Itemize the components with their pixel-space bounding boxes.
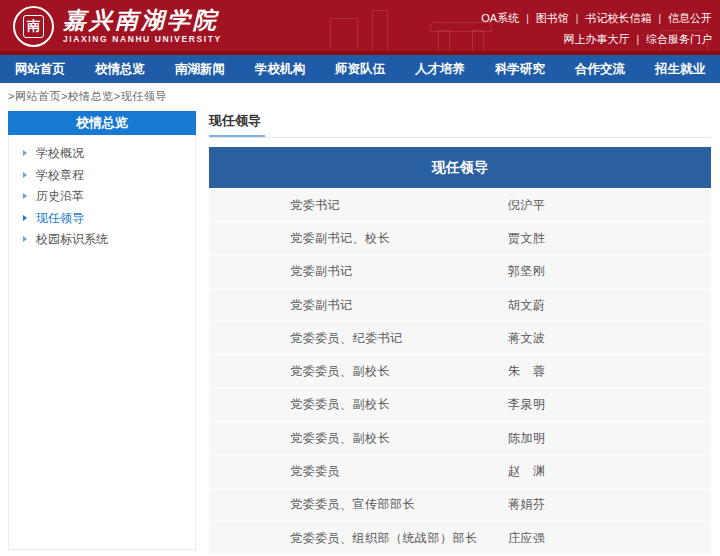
leader-name: 倪沪平	[508, 197, 546, 214]
triangle-bullet-icon	[23, 150, 27, 156]
table-title-banner: 现任领导	[209, 147, 711, 188]
table-row: 党委委员、副校长 朱 蓉	[209, 355, 711, 387]
table-row: 党委副书记 胡文蔚	[209, 289, 711, 321]
table-row: 党委委员、组织部（统战部）部长 庄应强	[209, 522, 711, 554]
title-divider-accent	[209, 135, 265, 137]
sidebar-item[interactable]: 历史沿革	[9, 186, 195, 208]
site-header: 南 嘉兴南湖学院 JIAXING NANHU UNIVERSITY OA系统|图…	[0, 0, 720, 55]
sidebar-item[interactable]: 学校章程	[9, 165, 195, 187]
table-row: 党委委员、副校长 陈加明	[209, 422, 711, 454]
leader-name: 郭坚刚	[508, 263, 546, 280]
leader-position: 党委委员、副校长	[290, 363, 508, 380]
nav-item[interactable]: 科学研究	[480, 55, 560, 83]
nav-item[interactable]: 南湖新闻	[160, 55, 240, 83]
brand-name-en: JIAXING NANHU UNIVERSITY	[63, 34, 222, 44]
leader-position: 党委委员、宣传部部长	[290, 496, 508, 513]
leader-position: 党委副书记	[290, 263, 508, 280]
header-watermark	[330, 18, 358, 54]
leader-name: 赵 渊	[508, 463, 546, 480]
quick-link[interactable]: 书记校长信箱	[585, 12, 651, 24]
leader-position: 党委书记	[290, 197, 508, 214]
sidebar-item-label: 校园标识系统	[36, 232, 108, 246]
sidebar-title: 校情总览	[8, 111, 196, 135]
leader-name: 庄应强	[508, 530, 546, 547]
sidebar-item[interactable]: 学校概况	[9, 143, 195, 165]
nav-item[interactable]: 人才培养	[400, 55, 480, 83]
sidebar-item-label: 现任领导	[36, 211, 84, 225]
table-row: 党委书记 倪沪平	[209, 189, 711, 221]
sidebar-item-label: 学校章程	[36, 168, 84, 182]
quick-links-row-2: 网上办事大厅|综合服务门户	[481, 29, 712, 50]
link-divider: |	[658, 13, 661, 24]
page-title: 现任领导	[209, 112, 711, 130]
link-divider: |	[636, 34, 639, 45]
leader-name: 贾文胜	[508, 230, 546, 247]
leader-name: 朱 蓉	[508, 363, 546, 380]
sidebar-item-label: 学校概况	[36, 146, 84, 160]
seal-glyph: 南	[23, 15, 44, 38]
quick-link[interactable]: 网上办事大厅	[563, 33, 629, 45]
table-row: 党委委员、宣传部部长 蒋娟芬	[209, 489, 711, 521]
table-row: 党委委员、副校长 李泉明	[209, 389, 711, 421]
breadcrumb[interactable]: >网站首页>校情总览>现任领导	[8, 89, 167, 104]
sidebar-item-label: 历史沿革	[36, 189, 84, 203]
table-row: 党委副书记 郭坚刚	[209, 256, 711, 288]
header-quick-links: OA系统|图书馆|书记校长信箱|信息公开 网上办事大厅|综合服务门户	[481, 8, 712, 50]
quick-link[interactable]: 信息公开	[668, 12, 712, 24]
sidebar: 校情总览 学校概况 学校章程 历史沿革 现任领导 校园标识系统	[8, 112, 196, 550]
link-divider: |	[526, 13, 529, 24]
main-nav: 网站首页校情总览南湖新闻学校机构师资队伍人才培养科学研究合作交流招生就业	[0, 55, 720, 83]
brand-name-zh: 嘉兴南湖学院	[63, 7, 222, 33]
leader-position: 党委委员、组织部（统战部）部长	[290, 530, 508, 547]
main-content: 现任领导 现任领导 党委书记 倪沪平 党委副书记、校长 贾文胜 党委副书记 郭坚…	[209, 112, 711, 555]
nav-item[interactable]: 合作交流	[560, 55, 640, 83]
nav-item[interactable]: 校情总览	[80, 55, 160, 83]
nav-item[interactable]: 网站首页	[0, 55, 80, 83]
sidebar-menu: 学校概况 学校章程 历史沿革 现任领导 校园标识系统	[9, 134, 195, 251]
sidebar-item[interactable]: 校园标识系统	[9, 229, 195, 251]
leader-name: 陈加明	[508, 430, 546, 447]
triangle-bullet-icon	[23, 236, 27, 242]
quick-links-row-1: OA系统|图书馆|书记校长信箱|信息公开	[481, 8, 712, 29]
quick-link[interactable]: 综合服务门户	[646, 33, 712, 45]
header-watermark	[372, 10, 388, 54]
leader-name: 李泉明	[508, 396, 546, 413]
leader-name: 蒋文波	[508, 330, 546, 347]
university-seal-icon[interactable]: 南	[13, 6, 54, 47]
leader-position: 党委委员	[290, 463, 508, 480]
triangle-bullet-icon	[23, 215, 27, 221]
triangle-bullet-icon	[23, 193, 27, 199]
table-row: 党委委员 赵 渊	[209, 455, 711, 487]
leader-name: 蒋娟芬	[508, 496, 546, 513]
nav-item[interactable]: 师资队伍	[320, 55, 400, 83]
leader-position: 党委副书记、校长	[290, 230, 508, 247]
leader-position: 党委委员、副校长	[290, 430, 508, 447]
nav-item[interactable]: 学校机构	[240, 55, 320, 83]
leader-position: 党委委员、纪委书记	[290, 330, 508, 347]
link-divider: |	[576, 13, 579, 24]
sidebar-item[interactable]: 现任领导	[9, 208, 195, 230]
quick-link[interactable]: 图书馆	[536, 12, 569, 24]
nav-item[interactable]: 招生就业	[640, 55, 720, 83]
leader-position: 党委副书记	[290, 297, 508, 314]
quick-link[interactable]: OA系统	[481, 12, 519, 24]
leader-position: 党委委员、副校长	[290, 396, 508, 413]
title-divider	[209, 135, 711, 138]
leaders-table: 党委书记 倪沪平 党委副书记、校长 贾文胜 党委副书记 郭坚刚 党委副书记 胡文…	[209, 189, 711, 554]
leader-name: 胡文蔚	[508, 297, 546, 314]
table-row: 党委委员、纪委书记 蒋文波	[209, 322, 711, 354]
brand-block[interactable]: 嘉兴南湖学院 JIAXING NANHU UNIVERSITY	[63, 7, 222, 44]
triangle-bullet-icon	[23, 172, 27, 178]
table-row: 党委副书记、校长 贾文胜	[209, 222, 711, 254]
